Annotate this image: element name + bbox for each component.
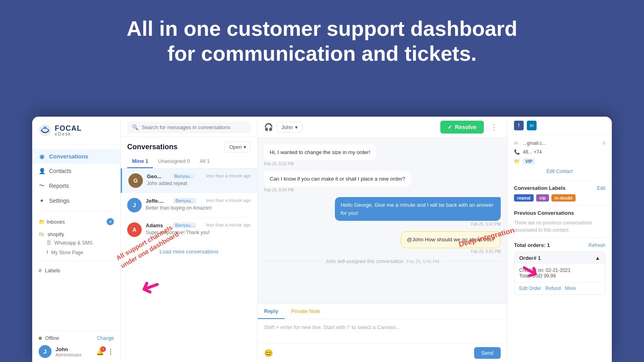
chevron-down-icon: ▾ [295, 124, 298, 130]
order-title: Order# 1 [519, 255, 541, 261]
message-text: Hi, I wanted to change the size in my or… [270, 149, 370, 155]
refresh-button[interactable]: Refresh [588, 243, 605, 248]
sidebar-nav: ◉ Conversations 👤 Contacts 〜 Reports ✦ S… [32, 144, 120, 331]
user-name: John [56, 346, 92, 352]
reply-tab-label: Reply [264, 308, 278, 314]
sidebar-item-shopify[interactable]: 🛍 shopify [32, 228, 120, 238]
more-order-button[interactable]: More [565, 286, 576, 291]
tab-unassigned[interactable]: Unassigned 0 [153, 156, 195, 168]
list-item[interactable]: J Jeffe.... Berrysu... less than a minut… [121, 193, 257, 218]
notifications-button[interactable]: 🔔 1 [96, 348, 104, 356]
send-button[interactable]: Send [474, 347, 501, 359]
conv-time: less than a minute ago [206, 222, 251, 227]
total-orders: Total orders: 1 [514, 242, 550, 248]
contact-phone: 48... +74 [523, 149, 542, 155]
emoji-button[interactable]: 😊 [264, 349, 273, 358]
user-info: John Administrator [56, 346, 92, 357]
tab-mine[interactable]: Mine 1 [127, 156, 153, 168]
agent-selector[interactable]: John ▾ [277, 122, 302, 133]
sidebar-item-mystore[interactable]: f My Store Page [32, 248, 120, 257]
sidebar-item-whatsapp[interactable]: ☰ Whatsapp & SMS [32, 238, 120, 248]
reply-tabs: Reply Private Note [258, 304, 507, 319]
user-menu-button[interactable]: ⋮ [107, 348, 114, 356]
labels-section-title: Conversation Labels [514, 185, 566, 191]
reply-footer: 😊 Send [258, 343, 507, 362]
sidebar: FOCAL eDesk ◉ Conversations 👤 Contacts 〜… [32, 117, 121, 362]
search-input[interactable] [142, 124, 246, 130]
logo-edesk-text: eDesk [55, 132, 82, 136]
labels-header-row: Conversation Labels Edit [514, 185, 605, 191]
conv-item-header: Geo... Berrysu... less than a minute ago [147, 173, 251, 179]
tag-vip[interactable]: vip [536, 194, 549, 202]
edit-labels-button[interactable]: Edit [597, 185, 605, 191]
sidebar-item-contacts[interactable]: 👤 Contacts [32, 164, 120, 178]
labels-label: Labels [45, 267, 60, 274]
reply-input-area: Shift + enter for new line. Start with '… [258, 319, 507, 343]
list-item[interactable]: A Adams Berrysu... less than a minute ag… [121, 218, 257, 242]
email-icon: ✉ [514, 140, 520, 146]
conversation-list: G Geo... Berrysu... less than a minute a… [121, 169, 257, 362]
mystore-icon: f [47, 250, 48, 255]
conversations-icon: ◉ [39, 153, 45, 160]
conv-time: less than a minute ago [206, 173, 251, 178]
copy-icon: ⎘ [603, 140, 605, 146]
label-tags: repeat vip in-doubt [514, 194, 605, 202]
sidebar-item-contacts-label: Contacts [49, 168, 71, 174]
no-prev-conv-text: There are no previous conversations asso… [514, 219, 605, 234]
message-time: Feb 25, 6:34 PM [264, 188, 411, 192]
chat-area: 🎧 John ▾ ✓ Resolve ⋮ Hi, I wanted to cha… [258, 117, 507, 362]
edit-contact-button[interactable]: Edit Contact [514, 166, 605, 177]
sidebar-item-settings[interactable]: ✦ Settings [32, 193, 120, 208]
message-bubble: Hi, I wanted to change the size in my or… [264, 144, 376, 166]
status-dropdown[interactable]: Open ▾ [225, 142, 251, 152]
tab-all[interactable]: All 1 [195, 156, 215, 168]
change-status-button[interactable]: Change [97, 335, 114, 341]
load-more-button[interactable]: Load more conversations [121, 242, 257, 261]
list-item[interactable]: G Geo... Berrysu... less than a minute a… [121, 169, 257, 193]
avatar: J [39, 345, 52, 358]
add-inbox-button[interactable]: + [107, 218, 114, 225]
hero-line1: All in one customer support dashboard [127, 17, 518, 40]
orders-header: Total orders: 1 Refresh [514, 242, 605, 248]
edit-order-button[interactable]: Edit Order [519, 286, 541, 291]
avatar: J [127, 198, 142, 212]
tab-mine-label: Mine 1 [132, 158, 148, 164]
order-actions: Edit Order Refund More [514, 282, 605, 294]
sidebar-item-reports[interactable]: 〜 Reports [32, 178, 120, 193]
svg-point-0 [39, 125, 51, 136]
settings-icon: ✦ [39, 197, 45, 204]
conversations-title: Conversations [127, 143, 178, 151]
conv-preview: Super responsive! Thank you! [146, 230, 251, 235]
bubble-content: @John How should we go about this? [401, 231, 501, 248]
vip-badge: VIP [523, 158, 535, 165]
order-total: Total: USD 99.99 [519, 273, 600, 279]
refund-button[interactable]: Refund [545, 286, 561, 291]
bubble-content: Hi, I wanted to change the size in my or… [264, 144, 376, 160]
expand-icon[interactable]: ▲ [595, 255, 600, 261]
inboxes-header[interactable]: 📁 Inboxes + [32, 215, 120, 228]
logo-focal-text: FOCAL [55, 125, 82, 132]
search-icon: 🔍 [132, 124, 138, 130]
offline-dot [39, 337, 42, 340]
tag-repeat[interactable]: repeat [514, 194, 534, 202]
more-options-button[interactable]: ⋮ [487, 121, 501, 134]
search-box[interactable]: 🔍 [127, 121, 251, 133]
order-card-header: Order# 1 ▲ [514, 252, 605, 264]
resolve-button[interactable]: ✓ Resolve [440, 121, 484, 134]
contact-email: ...gmail.c... [523, 140, 546, 146]
conv-sender: Geo... [147, 173, 161, 179]
dashboard-container: FOCAL eDesk ◉ Conversations 👤 Contacts 〜… [32, 117, 612, 362]
tab-private-note[interactable]: Private Note [285, 304, 326, 319]
sidebar-item-settings-label: Settings [49, 197, 70, 204]
right-panel: f in ✉ ...gmail.c... ⎘ 📞 48... +74 📁 VIP… [507, 117, 612, 362]
conv-channel: Berrysu... [172, 173, 195, 179]
conv-item-content: Adams Berrysu... less than a minute ago … [146, 222, 251, 235]
hash-icon: # [39, 267, 41, 274]
conv-item-content: Jeffe.... Berrysu... less than a minute … [146, 198, 251, 211]
message-text: Hello George, Give me a minute and I wil… [341, 202, 493, 216]
tab-reply[interactable]: Reply [258, 304, 285, 319]
avatar: G [128, 173, 143, 188]
sidebar-item-conversations[interactable]: ◉ Conversations [32, 149, 120, 164]
reply-placeholder: Shift + enter for new line. Start with '… [264, 324, 400, 330]
tag-indoubt[interactable]: in-doubt [551, 194, 576, 202]
